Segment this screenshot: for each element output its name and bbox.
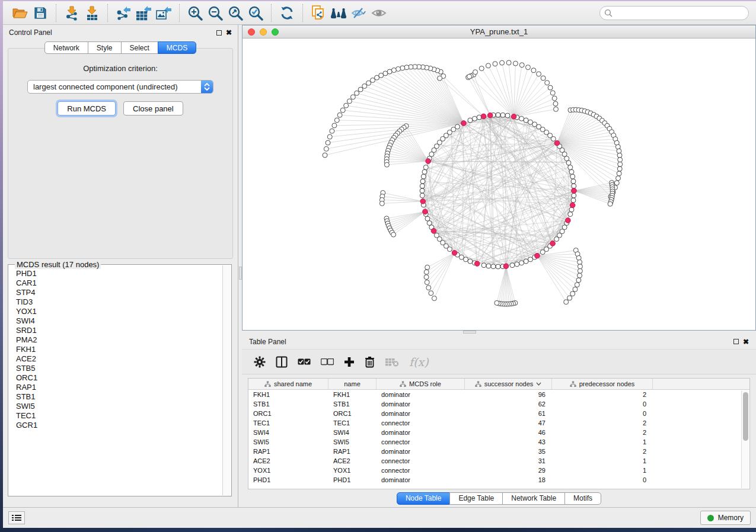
mcds-result-item[interactable]: TEC1 <box>16 411 222 421</box>
save-session-button[interactable] <box>30 4 50 23</box>
mcds-result-item[interactable]: TID3 <box>16 297 222 307</box>
table-row[interactable]: TEC1TEC1connector472 <box>248 418 749 428</box>
mcds-result-item[interactable]: STP4 <box>16 288 222 297</box>
memory-button[interactable]: Memory <box>700 511 751 525</box>
mcds-result-item[interactable]: STB1 <box>16 392 222 402</box>
mcds-result-item[interactable]: PMA2 <box>16 335 222 345</box>
column-header-name[interactable]: name <box>328 379 377 389</box>
export-image-icon <box>155 5 172 21</box>
tab-network-table[interactable]: Network Table <box>502 492 565 505</box>
table-row[interactable]: YOX1YOX1connector291 <box>248 466 749 475</box>
select-all-rows-button[interactable] <box>298 358 311 366</box>
table-row[interactable]: ORC1ORC1dominator610 <box>248 409 749 418</box>
function-builder-button[interactable]: f(x) <box>409 355 429 368</box>
mcds-result-list: PHD1CAR1STP4TID3YOX1SWI4SRD1PMA2FKH1ACE2… <box>9 265 222 495</box>
network-from-selection-button[interactable] <box>308 4 328 23</box>
search-input[interactable] <box>599 6 749 20</box>
mcds-result-item[interactable]: ACE2 <box>16 354 222 364</box>
horizontal-splitter-grip[interactable] <box>463 331 476 334</box>
open-folder-icon <box>12 7 28 20</box>
table-panel-tabs: Node TableEdge TableNetwork TableMotifs <box>242 489 756 507</box>
desktop: Control Panel ✖ NetworkStyleSelectMCDS O… <box>0 0 756 532</box>
column-header-MCDS-role[interactable]: MCDS role <box>377 379 465 389</box>
delete-table-icon <box>385 357 399 367</box>
table-row[interactable]: SWI5SWI5connector431 <box>248 437 749 447</box>
fx-icon: f(x) <box>409 355 429 368</box>
table-row[interactable]: ACE2ACE2connector311 <box>248 456 749 466</box>
tab-network[interactable]: Network <box>44 41 88 54</box>
search-icon <box>604 9 613 17</box>
table-row[interactable]: PHD1PHD1dominator180 <box>248 475 749 485</box>
delete-column-button[interactable] <box>365 356 375 368</box>
show-columns-button[interactable] <box>276 356 288 368</box>
table-row[interactable]: SWI4SWI4dominator462 <box>248 428 749 437</box>
table-row[interactable]: RAP1RAP1dominator352 <box>248 447 749 456</box>
delete-table-button[interactable] <box>385 357 399 367</box>
zoom-in-button[interactable] <box>185 4 205 23</box>
mcds-result-item[interactable]: FKH1 <box>16 345 222 354</box>
table-settings-button[interactable] <box>254 356 266 368</box>
show-panels-button[interactable] <box>8 511 25 524</box>
attribute-type-icon <box>264 381 271 387</box>
mcds-result-item[interactable]: SRD1 <box>16 326 222 335</box>
export-image-button[interactable] <box>154 4 174 23</box>
optimization-criterion-label: Optimization criterion: <box>8 64 232 73</box>
mcds-result-scrollbar[interactable] <box>222 265 231 495</box>
memory-label: Memory <box>718 514 744 522</box>
zoom-in-icon <box>187 5 203 21</box>
table-row[interactable]: STB1STB1dominator620 <box>248 399 749 409</box>
node-table-scrollbar-thumb[interactable] <box>743 392 748 441</box>
zoom-out-button[interactable] <box>205 4 225 23</box>
tab-style[interactable]: Style <box>88 41 122 54</box>
network-from-selection-icon <box>311 5 326 21</box>
control-panel-float-button[interactable] <box>216 30 222 36</box>
mcds-result-item[interactable]: YOX1 <box>16 307 222 316</box>
tab-mcds[interactable]: MCDS <box>158 41 196 54</box>
hide-selected-button[interactable] <box>349 4 369 23</box>
node-table-scrollbar[interactable] <box>741 390 749 488</box>
export-network-button[interactable] <box>113 4 133 23</box>
export-table-button[interactable] <box>133 4 154 23</box>
tab-select[interactable]: Select <box>121 41 158 54</box>
deselect-all-rows-button[interactable] <box>321 358 334 366</box>
show-all-button[interactable] <box>369 4 389 23</box>
table-panel-close-button[interactable]: ✖ <box>743 338 749 345</box>
zoom-selected-button[interactable] <box>245 4 266 23</box>
mcds-result-item[interactable]: SWI5 <box>16 402 222 411</box>
horizontal-splitter[interactable] <box>242 331 756 334</box>
close-panel-button[interactable]: Close panel <box>123 101 183 116</box>
columns-icon <box>276 356 288 368</box>
mcds-result-item[interactable]: GCR1 <box>16 421 222 430</box>
first-neighbors-button[interactable] <box>328 4 349 23</box>
main-toolbar <box>3 1 756 25</box>
mcds-result-item[interactable]: SWI4 <box>16 316 222 326</box>
criterion-dropdown[interactable]: largest connected component (undirected) <box>27 80 213 94</box>
refresh-layout-icon <box>279 5 295 21</box>
mcds-tab-content: Optimization criterion: largest connecte… <box>8 48 233 259</box>
column-header-successor-nodes[interactable]: successor nodes <box>465 379 552 389</box>
control-panel-close-button[interactable]: ✖ <box>226 29 232 36</box>
apply-layout-button[interactable] <box>277 4 297 23</box>
vertical-splitter-grip[interactable] <box>239 267 242 280</box>
gear-icon <box>254 356 266 368</box>
column-header-shared-name[interactable]: shared name <box>248 379 328 389</box>
network-canvas[interactable] <box>243 39 755 330</box>
import-network-button[interactable] <box>62 4 82 23</box>
vertical-splitter[interactable] <box>238 25 242 507</box>
run-mcds-button[interactable]: Run MCDS <box>58 101 116 116</box>
mcds-result-item[interactable]: CAR1 <box>16 278 222 288</box>
mcds-result-item[interactable]: PHD1 <box>16 269 222 278</box>
mcds-result-item[interactable]: ORC1 <box>16 373 222 383</box>
import-table-button[interactable] <box>82 4 102 23</box>
zoom-fit-button[interactable] <box>225 4 245 23</box>
table-panel-float-button[interactable] <box>733 339 739 344</box>
mcds-result-item[interactable]: STB5 <box>16 364 222 373</box>
mcds-result-item[interactable]: RAP1 <box>16 383 222 392</box>
tab-node-table[interactable]: Node Table <box>397 492 451 505</box>
tab-motifs[interactable]: Motifs <box>564 492 601 505</box>
create-column-button[interactable] <box>344 357 355 367</box>
table-row[interactable]: FKH1FKH1dominator962 <box>248 390 749 399</box>
open-file-button[interactable] <box>10 4 30 23</box>
tab-edge-table[interactable]: Edge Table <box>449 492 503 505</box>
column-header-predecessor-nodes[interactable]: predecessor nodes <box>552 379 653 389</box>
